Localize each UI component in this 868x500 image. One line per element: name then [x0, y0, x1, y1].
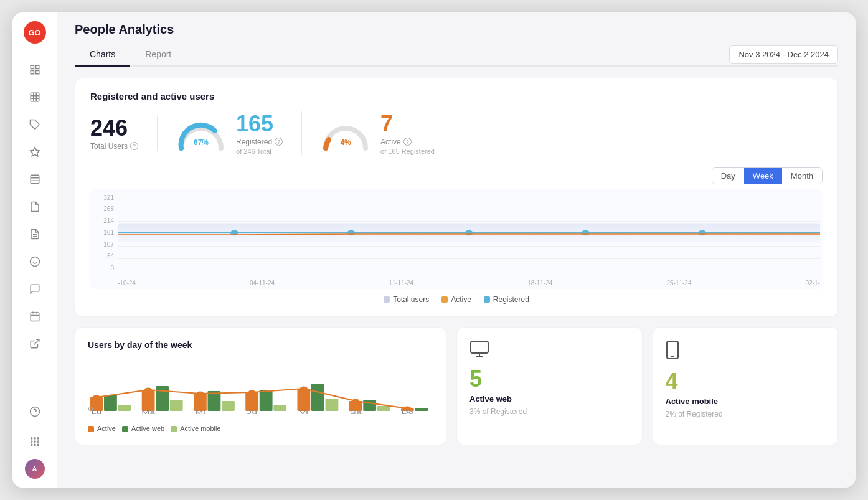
sidebar-item-apps[interactable]	[22, 429, 47, 454]
svg-line-23	[34, 339, 39, 344]
x-axis: -10-24 04-11-24 11-11-24 18-11-24 25-11-…	[118, 280, 820, 286]
sidebar-item-grid[interactable]	[22, 85, 47, 110]
time-button-group: Day Week Month	[712, 167, 823, 184]
legend-registered: Registered	[484, 295, 529, 304]
total-users-label: Total Users ?	[90, 142, 138, 151]
sidebar-item-layout[interactable]	[22, 167, 47, 192]
svg-rect-44	[142, 390, 155, 411]
svg-rect-76	[471, 341, 488, 353]
sidebar-item-chat[interactable]	[22, 276, 47, 301]
active-web-card: 5 Active web 3% of Registered	[456, 327, 643, 445]
tab-report[interactable]: Report	[130, 43, 186, 67]
svg-rect-55	[326, 399, 339, 411]
registered-number: 165	[236, 111, 283, 136]
svg-rect-46	[170, 400, 183, 411]
registered-gauge: 67%	[176, 118, 226, 148]
registered-gauge-block: 67% 165 Registered ? of 246 Total	[176, 111, 302, 155]
tab-charts[interactable]: Charts	[75, 43, 130, 67]
legend-active: Active	[441, 295, 471, 304]
sidebar-item-file1[interactable]	[22, 194, 47, 219]
active-gauge: 4%	[321, 118, 370, 148]
svg-rect-3	[35, 71, 39, 74]
monitor-icon	[469, 340, 489, 362]
month-button[interactable]: Month	[782, 168, 822, 184]
bar-chart-svg: Lu Ma Mi Ju Vi Sa Do 0	[88, 359, 433, 415]
svg-point-33	[34, 444, 35, 445]
active-web-sub: 3% of Registered	[469, 407, 527, 416]
svg-text:Mi: Mi	[195, 408, 205, 414]
sidebar-item-external[interactable]	[22, 331, 47, 356]
sidebar-bottom: A	[22, 399, 47, 479]
registered-users-card: Registered and active users 246 Total Us…	[75, 78, 838, 317]
sidebar-item-help[interactable]	[22, 399, 47, 424]
svg-point-27	[34, 438, 35, 439]
svg-point-26	[31, 438, 32, 439]
svg-point-61	[93, 395, 100, 399]
active-number: 7	[380, 111, 435, 136]
line-chart-svg	[118, 194, 820, 271]
registered-info-icon[interactable]: ?	[275, 138, 283, 146]
bar-chart-container: Lu Ma Mi Ju Vi Sa Do 0	[88, 359, 433, 421]
registered-card-title: Registered and active users	[90, 91, 823, 101]
active-mobile-card: 4 Active mobile 2% of Registered	[653, 327, 839, 445]
active-stat-text: 7 Active ? of 165 Registered	[380, 111, 435, 155]
legend-total: Total users	[384, 295, 429, 304]
week-button[interactable]: Week	[744, 168, 782, 184]
svg-point-37	[347, 230, 355, 235]
svg-point-38	[465, 230, 473, 235]
registered-sub: of 246 Total	[236, 148, 283, 155]
svg-point-30	[34, 441, 35, 442]
svg-text:Vi: Vi	[300, 408, 308, 414]
svg-rect-4	[31, 93, 39, 101]
y-axis: 321 268 214 161 107 54 0	[90, 194, 114, 271]
page-title: People Analytics	[75, 22, 838, 37]
svg-point-63	[196, 391, 204, 395]
svg-point-66	[352, 399, 359, 403]
top-bar: People Analytics	[57, 12, 856, 43]
active-gauge-block: 4% 7 Active ? of 165 Registered	[321, 111, 453, 155]
stats-row: 246 Total Users ?	[90, 111, 823, 155]
sidebar-item-file2[interactable]	[22, 222, 47, 247]
legend-active-web-bar: Active web	[122, 425, 164, 432]
svg-point-39	[582, 230, 590, 235]
avatar[interactable]: A	[25, 459, 45, 479]
svg-rect-19	[31, 313, 39, 321]
svg-rect-60	[415, 408, 428, 411]
day-button[interactable]: Day	[712, 168, 744, 184]
svg-point-28	[37, 438, 39, 439]
svg-rect-0	[31, 65, 34, 68]
sidebar-item-dashboard[interactable]	[22, 57, 47, 82]
sidebar-nav	[22, 57, 47, 399]
bottom-row: Users by day of the week	[75, 327, 838, 445]
svg-rect-11	[31, 175, 39, 184]
active-gauge-percent: 4%	[321, 138, 370, 147]
active-info-icon[interactable]: ?	[403, 138, 412, 146]
line-chart-area: 321 268 214 161 107 54 0	[90, 189, 823, 289]
sidebar-item-calendar[interactable]	[22, 304, 47, 329]
svg-point-34	[37, 444, 39, 445]
svg-rect-52	[273, 405, 286, 411]
svg-point-62	[144, 387, 152, 392]
sidebar-item-emoji[interactable]	[22, 249, 47, 274]
svg-text:Ju: Ju	[247, 408, 257, 414]
app-logo[interactable]: GO	[24, 21, 46, 44]
total-users-info-icon[interactable]: ?	[130, 142, 138, 150]
sidebar-item-tag[interactable]	[22, 112, 47, 137]
svg-point-29	[31, 441, 32, 442]
active-web-label: Active web	[469, 394, 512, 403]
registered-label: Registered ?	[236, 138, 283, 146]
active-web-number: 5	[469, 368, 482, 390]
svg-rect-45	[156, 386, 169, 411]
active-sub: of 165 Registered	[380, 148, 435, 155]
svg-rect-51	[260, 390, 273, 411]
week-card: Users by day of the week	[75, 327, 446, 445]
svg-rect-43	[118, 405, 131, 411]
active-label: Active ?	[380, 138, 435, 146]
chart-legend: Total users Active Registered	[90, 295, 823, 304]
date-range-button[interactable]: Nov 3 2024 - Dec 2 2024	[729, 45, 838, 64]
svg-rect-48	[208, 391, 221, 411]
svg-rect-1	[35, 65, 39, 68]
sidebar-item-star[interactable]	[22, 139, 47, 164]
content-area: Charts Report Nov 3 2024 - Dec 2 2024 Re…	[57, 43, 856, 488]
svg-text:0: 0	[88, 405, 93, 412]
